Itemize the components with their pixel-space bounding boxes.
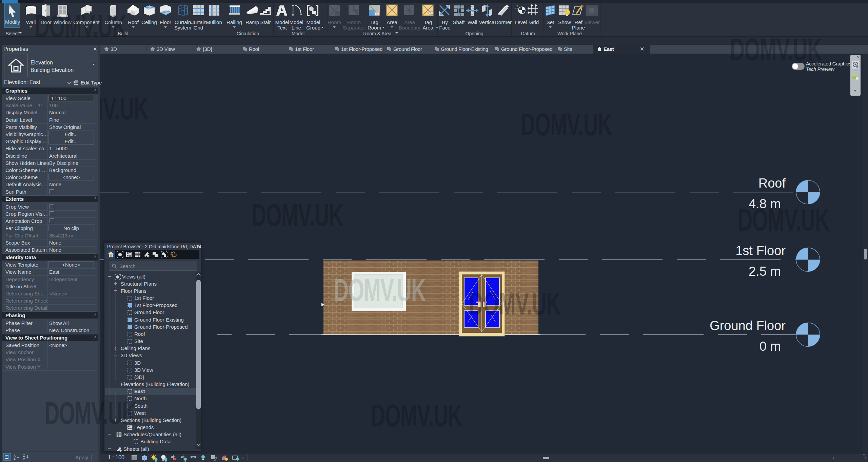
svg-text:1: 1 bbox=[430, 12, 432, 15]
svg-text:1st Floor: 1st Floor bbox=[735, 244, 786, 258]
svg-text:Ground Floor: Ground Floor bbox=[710, 319, 786, 333]
svg-text:2.5 m: 2.5 m bbox=[749, 264, 781, 278]
svg-text:Z: Z bbox=[14, 457, 16, 460]
svg-text:Roof: Roof bbox=[758, 176, 786, 190]
svg-text:1: 1 bbox=[376, 12, 378, 16]
svg-text:1: 1 bbox=[516, 4, 518, 8]
svg-text:A: A bbox=[23, 457, 25, 460]
svg-text:0 m: 0 m bbox=[760, 339, 781, 353]
